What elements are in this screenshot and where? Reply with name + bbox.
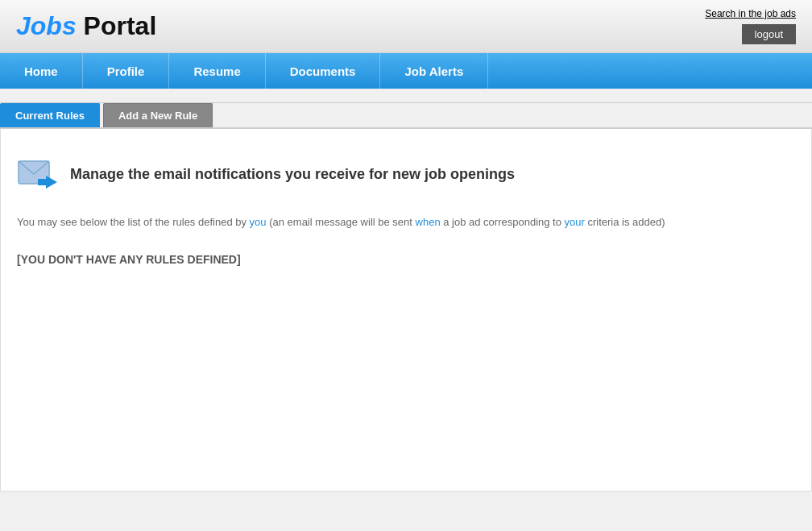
- heading-row: Manage the email notifications you recei…: [17, 153, 795, 195]
- description-highlight-your: your: [565, 216, 585, 228]
- tab-add-new-rule[interactable]: Add a New Rule: [103, 103, 213, 127]
- description-highlight-when: when: [416, 216, 441, 228]
- email-notification-icon: [17, 153, 59, 195]
- nav-item-documents[interactable]: Documents: [266, 53, 381, 89]
- main-content: Manage the email notifications you recei…: [0, 129, 812, 492]
- tab-current-rules[interactable]: Current Rules: [0, 103, 100, 127]
- logo: Jobs Portal: [16, 11, 156, 41]
- header-right: Search in the job ads logout: [705, 8, 796, 44]
- search-link[interactable]: Search in the job ads: [705, 8, 796, 19]
- nav-item-home[interactable]: Home: [0, 53, 83, 89]
- nav-item-job-alerts[interactable]: Job Alerts: [380, 53, 488, 89]
- logo-jobs: Jobs: [16, 11, 77, 40]
- description-part4: criteria is added): [585, 216, 665, 228]
- no-rules-message: [YOU DON'T HAVE ANY RULES DEFINED]: [17, 253, 795, 266]
- main-heading: Manage the email notifications you recei…: [70, 166, 515, 183]
- description-text: You may see below the list of the rules …: [17, 214, 795, 230]
- header: Jobs Portal Search in the job ads logout: [0, 0, 812, 53]
- description-part3: a job ad corresponding to: [441, 216, 565, 228]
- tabs-bar: Current Rules Add a New Rule: [0, 103, 812, 129]
- description-highlight-you: you: [250, 216, 267, 228]
- description-part2: (an email message will be sent: [267, 216, 416, 228]
- logo-portal: Portal: [84, 11, 157, 40]
- nav-item-profile[interactable]: Profile: [83, 53, 170, 89]
- description-part1: You may see below the list of the rules …: [17, 216, 250, 228]
- nav-item-resume[interactable]: Resume: [169, 53, 265, 89]
- main-nav: Home Profile Resume Documents Job Alerts: [0, 53, 812, 89]
- logout-button[interactable]: logout: [742, 24, 796, 44]
